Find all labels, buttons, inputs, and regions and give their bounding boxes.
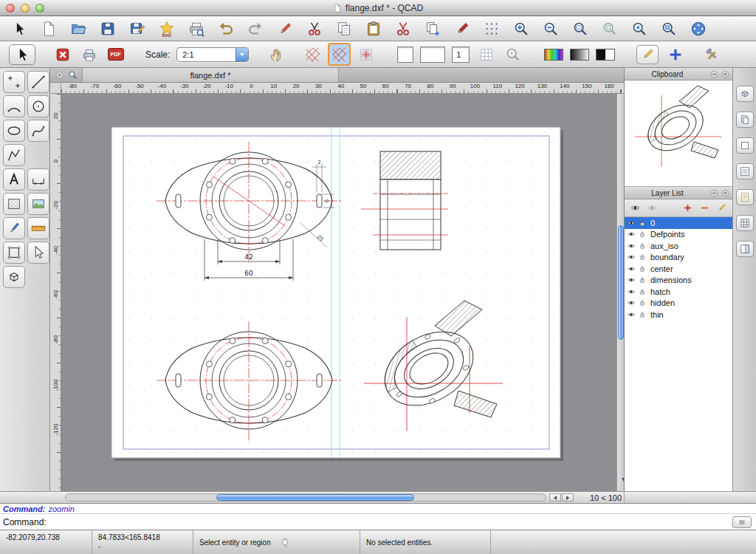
iso-projection-button[interactable] — [329, 44, 349, 64]
scroll-down-icon[interactable] — [622, 478, 624, 490]
cut-button[interactable] — [304, 18, 324, 38]
panel-detach-button[interactable] — [709, 69, 719, 79]
black-white-button[interactable] — [596, 49, 615, 61]
svg-export-button[interactable]: SVG — [157, 18, 176, 38]
pdf-export-button[interactable]: PDF — [106, 44, 126, 64]
dimension-button[interactable] — [27, 168, 49, 191]
circle-button[interactable] — [27, 95, 49, 117]
brush-button[interactable] — [3, 217, 25, 239]
reset-action-button[interactable] — [52, 44, 72, 64]
cut-red-button[interactable] — [393, 18, 413, 38]
dock-square-button[interactable] — [736, 137, 754, 154]
grid-settings-button[interactable] — [476, 44, 496, 64]
line-button[interactable] — [27, 71, 49, 93]
new-file-button[interactable] — [38, 18, 58, 38]
dock-panel-button[interactable] — [736, 241, 754, 257]
layer-visibility-icon[interactable] — [627, 264, 636, 273]
copy-add-button[interactable] — [422, 18, 442, 38]
zoom-previous-button[interactable] — [629, 18, 649, 38]
horizontal-scrollbar-thumb[interactable] — [216, 494, 414, 501]
layer-row[interactable]: hidden — [625, 298, 732, 310]
dock-pages-button[interactable] — [736, 112, 754, 128]
polyline-button[interactable] — [3, 144, 25, 166]
print-preview-button[interactable] — [186, 18, 206, 38]
image-button[interactable] — [27, 193, 49, 215]
layer-row[interactable]: Defpoints — [625, 229, 732, 241]
dock-list-button[interactable] — [736, 163, 754, 179]
selection-pointer-button[interactable] — [9, 44, 35, 65]
panel-detach-button[interactable] — [709, 188, 719, 198]
zoom-out-button[interactable] — [540, 18, 560, 38]
vertical-scrollbar[interactable] — [616, 94, 624, 491]
undo-button[interactable] — [216, 18, 236, 38]
zoom-help-button[interactable] — [503, 44, 523, 64]
layer-lock-icon[interactable] — [638, 276, 647, 284]
layer-row[interactable]: aux_iso — [625, 240, 732, 252]
edit-layer-button[interactable] — [714, 201, 729, 215]
layer-visibility-icon[interactable] — [627, 287, 636, 296]
window-zoom-button[interactable] — [35, 4, 44, 13]
layer-visibility-icon[interactable] — [627, 230, 636, 239]
add-button[interactable] — [665, 44, 685, 64]
shape-button[interactable] — [3, 242, 25, 264]
magnifier-icon[interactable] — [68, 70, 78, 80]
grid-count-box[interactable]: 1 — [452, 47, 470, 63]
drawing-canvas[interactable]: 42 60 2 6 — [61, 94, 624, 491]
layer-visibility-icon[interactable] — [627, 253, 636, 261]
layer-visibility-icon[interactable] — [627, 219, 636, 228]
vertical-scrollbar-thumb[interactable] — [618, 225, 624, 340]
panel-close-button[interactable] — [721, 69, 730, 79]
layer-visibility-icon[interactable] — [627, 276, 636, 284]
vertical-scroll-arrows[interactable] — [617, 482, 624, 490]
layer-visibility-icon[interactable] — [627, 310, 636, 319]
points-button[interactable] — [3, 71, 25, 93]
hide-all-layers-button[interactable] — [645, 201, 660, 215]
text-button[interactable] — [3, 168, 25, 191]
preferences-button[interactable] — [702, 44, 722, 64]
layer-lock-icon[interactable] — [638, 219, 647, 228]
layer-row[interactable]: 0 — [625, 217, 732, 229]
layer-row[interactable]: boundary — [625, 252, 732, 264]
panel-close-button[interactable] — [721, 188, 730, 198]
crosshair-grid-button[interactable] — [356, 44, 376, 64]
copy-button[interactable] — [334, 18, 354, 38]
dock-cube-button[interactable] — [736, 86, 754, 102]
window-minimize-button[interactable] — [21, 4, 30, 13]
layer-lock-icon[interactable] — [638, 264, 647, 273]
layer-visibility-icon[interactable] — [627, 242, 636, 250]
marker-button[interactable] — [452, 18, 472, 38]
command-options-button[interactable] — [732, 516, 752, 528]
ellipse-button[interactable] — [3, 120, 25, 142]
paste-button[interactable] — [363, 18, 383, 38]
close-tab-icon[interactable] — [55, 70, 64, 80]
open-file-button[interactable] — [68, 18, 88, 38]
measure-button[interactable] — [27, 217, 49, 239]
iso-grid-button[interactable] — [303, 44, 323, 64]
zoom-window-button[interactable] — [570, 18, 590, 38]
save-as-button[interactable] — [127, 18, 147, 38]
layer-lock-icon[interactable] — [638, 253, 647, 261]
add-layer-button[interactable] — [680, 201, 695, 215]
horizontal-scrollbar[interactable] — [65, 493, 546, 502]
grayscale-button[interactable] — [570, 49, 589, 61]
tab-flange-dxf[interactable]: flange.dxf * — [82, 68, 339, 82]
spline-button[interactable] — [27, 120, 49, 142]
dock-note-button[interactable] — [736, 189, 754, 205]
show-all-layers-button[interactable] — [628, 201, 643, 215]
field-box-wide[interactable] — [420, 47, 445, 63]
remove-layer-button[interactable] — [697, 201, 712, 215]
layer-lock-icon[interactable] — [638, 310, 647, 319]
pointer-button[interactable] — [9, 18, 29, 38]
redo-button[interactable] — [245, 18, 265, 38]
layer-lock-icon[interactable] — [638, 242, 647, 250]
zoom-in-button[interactable] — [511, 18, 531, 38]
layer-lock-icon[interactable] — [638, 287, 647, 296]
arc-button[interactable] — [3, 95, 25, 117]
grid-dots-button[interactable] — [481, 18, 501, 38]
field-box-small[interactable] — [397, 47, 413, 63]
auto-zoom-button[interactable] — [688, 18, 708, 38]
full-color-button[interactable] — [544, 49, 563, 61]
draw-pencil-button[interactable] — [275, 18, 295, 38]
zoom-selection-button[interactable] — [659, 18, 678, 38]
zoom-page-button[interactable] — [599, 18, 619, 38]
